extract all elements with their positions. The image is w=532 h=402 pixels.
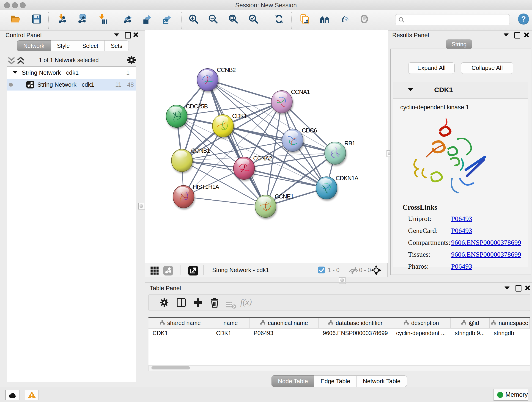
tab-network[interactable]: Network [17, 40, 51, 51]
tab-string[interactable]: String [446, 39, 472, 49]
zoom-selected-icon[interactable] [248, 13, 259, 25]
panel-menu-icon[interactable] [504, 33, 509, 36]
network-status-dot [9, 83, 13, 87]
section-expander-icon[interactable] [408, 88, 413, 91]
gene-section-header[interactable]: CDK1 [393, 82, 528, 99]
birdseye-toggle-icon[interactable] [371, 265, 382, 276]
graphics-details-icon[interactable] [339, 13, 350, 25]
network-node-ccna1[interactable] [271, 90, 292, 113]
table-panel: Table Panel f(x) shared namenamecanonica… [145, 282, 532, 387]
table-row[interactable]: CDK1CDK1P064939606.ENSP00000378699cyclin… [148, 328, 530, 338]
network-edge[interactable] [223, 126, 335, 153]
external-link-icon[interactable] [188, 265, 197, 275]
cloud-button[interactable] [5, 390, 19, 400]
network-node-ccne1[interactable] [255, 195, 276, 217]
add-column-icon[interactable] [193, 297, 204, 308]
close-panel-icon[interactable] [133, 32, 138, 38]
column-header-database-identifier[interactable]: database identifier [319, 318, 392, 328]
network-node-hist1h1a[interactable] [173, 185, 194, 208]
hierarchy-icon [404, 320, 409, 326]
birdseye-grid-icon[interactable] [149, 265, 159, 275]
crosslink-value-link[interactable]: P06493 [451, 227, 472, 234]
column-header--id[interactable]: @id [451, 318, 490, 328]
network-node-ccnb1[interactable] [171, 149, 192, 172]
close-panel-icon[interactable] [524, 32, 529, 38]
network-edge[interactable] [208, 80, 282, 102]
network-node-cdk1[interactable] [212, 115, 234, 137]
help-button[interactable]: ? [518, 13, 529, 25]
crosslink-value-link[interactable]: P06493 [451, 215, 472, 222]
network-node-rb1[interactable] [325, 142, 346, 164]
zoom-fit-icon[interactable] [228, 13, 239, 25]
import-network-database-icon[interactable] [76, 13, 88, 25]
table-options-gear-icon[interactable] [159, 297, 170, 308]
column-header-namespace[interactable]: namespace [490, 318, 530, 328]
panel-menu-icon[interactable] [114, 33, 119, 36]
search-input[interactable] [406, 15, 510, 25]
node-label: CDKN1A [336, 175, 359, 182]
node-label: CCNA1 [291, 89, 310, 95]
show-columns-icon[interactable] [176, 297, 187, 308]
tab-network-table[interactable]: Network Table [357, 375, 407, 387]
crosslink-value-link[interactable]: P06493 [451, 262, 472, 270]
network-node-cdkn1a[interactable] [316, 177, 337, 199]
collapse-all-networks-icon[interactable] [6, 55, 15, 64]
warning-button[interactable] [25, 390, 39, 400]
network-edge[interactable] [184, 197, 266, 206]
string-share-icon[interactable] [163, 265, 172, 275]
tab-sets[interactable]: Sets [105, 40, 129, 51]
column-header-name[interactable]: name [212, 318, 249, 328]
float-panel-icon[interactable] [514, 32, 520, 38]
tab-select[interactable]: Select [76, 40, 104, 51]
network-options-gear-icon[interactable] [126, 55, 136, 64]
panel-menu-icon[interactable] [505, 287, 510, 289]
zoom-in-icon[interactable] [188, 13, 199, 25]
first-neighbors-icon[interactable] [319, 13, 330, 25]
network-view-toolbar: String Network - cdk1 1 - 0 0 - 0 [145, 263, 388, 277]
refresh-icon[interactable] [273, 13, 285, 25]
float-panel-icon[interactable] [125, 32, 131, 38]
table-hscrollbar[interactable] [148, 365, 530, 371]
search-box[interactable] [395, 14, 510, 25]
crosslink-row: Uniprot:P06493 [408, 215, 523, 223]
expand-all-button[interactable]: Expand All [408, 62, 455, 74]
column-header-shared-name[interactable]: shared name [148, 318, 212, 328]
import-table-icon[interactable] [97, 13, 108, 25]
network-canvas[interactable]: CCNB2CCNA1CDC25BCDK1CDC6RB1CCNB1CCNA2CDK… [145, 30, 388, 263]
export-image-icon[interactable] [161, 13, 172, 25]
float-panel-icon[interactable] [515, 285, 521, 292]
tab-edge-table[interactable]: Edge Table [314, 375, 357, 387]
delete-column-icon[interactable] [209, 297, 220, 308]
import-network-file-icon[interactable] [57, 13, 68, 25]
export-network-icon[interactable] [122, 13, 133, 25]
protein-structure-image [404, 110, 500, 204]
column-header-description[interactable]: description [392, 318, 451, 328]
network-node-ccnb2[interactable] [197, 69, 218, 91]
network-node-ccna2[interactable] [234, 157, 254, 179]
crosslink-value-link[interactable]: 9606.ENSP00000378699 [451, 250, 521, 258]
control-panel-title: Control Panel [6, 32, 42, 39]
left-splitter-handle[interactable] [138, 203, 145, 210]
hidden-counts: 0 - 0 [359, 267, 371, 274]
expand-all-networks-icon[interactable] [15, 55, 24, 64]
collection-expander-icon[interactable] [13, 71, 18, 74]
save-session-icon[interactable] [31, 13, 42, 25]
network-node-cdc6[interactable] [282, 129, 303, 152]
tab-node-table[interactable]: Node Table [272, 375, 314, 387]
zoom-out-icon[interactable] [208, 13, 219, 25]
scrollbar-thumb[interactable] [152, 366, 190, 370]
network-node-cdc25b[interactable] [166, 105, 187, 128]
memory-button[interactable]: Memory [494, 389, 528, 401]
crosslink-value-link[interactable]: 9606.ENSP00000378699 [451, 239, 521, 246]
hierarchy-icon [328, 320, 333, 326]
open-session-icon[interactable] [10, 13, 21, 25]
network-row-selected[interactable]: String Network - cdk1 11 48 [7, 79, 136, 90]
selected-checkbox-icon[interactable] [318, 267, 325, 274]
tab-style[interactable]: Style [51, 40, 76, 51]
network-collection-row[interactable]: String Network - cdk1 1 [7, 67, 136, 79]
collapse-all-button[interactable]: Collapse All [461, 62, 513, 74]
column-header-canonical-name[interactable]: canonical name [249, 318, 319, 328]
export-table-icon[interactable] [142, 13, 152, 25]
copy-document-icon[interactable] [299, 13, 310, 25]
close-panel-icon[interactable] [525, 285, 530, 291]
